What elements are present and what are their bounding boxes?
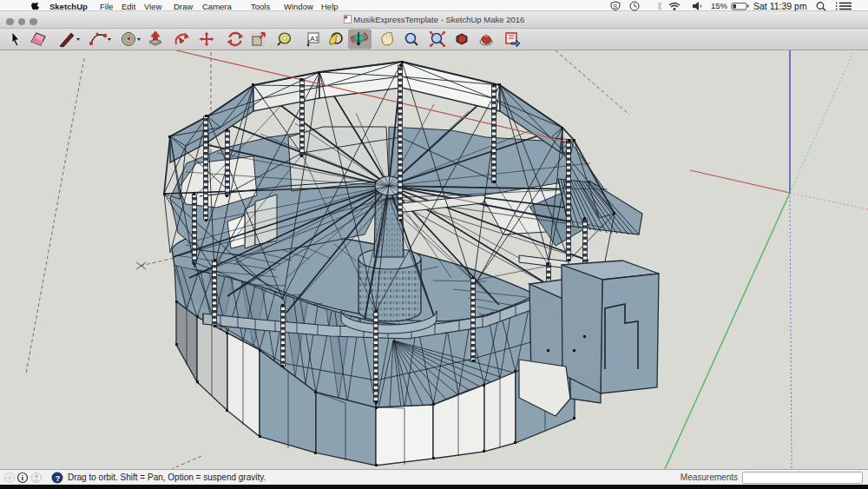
- svg-text:S: S: [614, 3, 618, 10]
- svg-text:Sat 11:39 pm: Sat 11:39 pm: [753, 1, 807, 11]
- svg-text:?: ?: [56, 473, 61, 483]
- svg-text:15%: 15%: [711, 1, 728, 10]
- svg-text:A1: A1: [310, 35, 319, 43]
- svg-text:i: i: [22, 473, 24, 482]
